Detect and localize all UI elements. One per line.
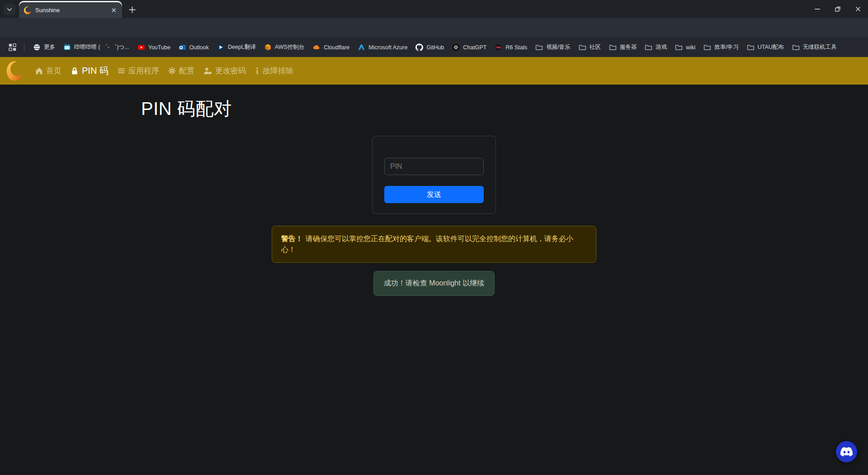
success-alert: 成功！请检查 Moonlight 以继续 <box>373 271 495 296</box>
tab-close-icon[interactable]: ✕ <box>110 6 118 14</box>
bookmark-label: R6 Stats <box>505 44 527 51</box>
page-content: PIN 码配对 发送 警告！请确保您可以掌控您正在配对的客户端。该软件可以完全控… <box>0 85 868 475</box>
bookmark-item[interactable]: DeepL翻译 <box>213 41 260 54</box>
apps-grid-button[interactable] <box>6 41 19 54</box>
bookmark-label: 服务器 <box>620 43 637 51</box>
window-controls <box>807 0 868 18</box>
folder-icon <box>675 43 683 51</box>
bookmark-label: GitHub <box>426 44 444 51</box>
bookmark-item[interactable]: GitHub <box>411 41 448 54</box>
folder-icon <box>535 43 543 51</box>
folder-icon <box>609 43 617 51</box>
discord-button[interactable] <box>836 441 857 462</box>
nav-item-home[interactable]: 首页 <box>31 66 66 76</box>
bookmark-folder[interactable]: 无缝联机工具 <box>788 41 841 54</box>
restore-button[interactable] <box>827 0 848 18</box>
bookmark-item[interactable]: YouTube <box>133 41 175 54</box>
bookmark-label: DeepL翻译 <box>228 43 256 51</box>
discord-icon <box>840 446 853 458</box>
bookmark-item[interactable]: 更多 <box>29 41 59 54</box>
apps-grid-icon <box>8 43 17 52</box>
bookmark-label: 视频/音乐 <box>546 43 570 51</box>
bookmark-item[interactable]: Cloudflare <box>308 41 354 54</box>
plus-icon <box>128 6 136 14</box>
gear-icon <box>168 67 176 75</box>
browser-toolbar: 不安全 https://localhost:47990/pin G 文 中 A <box>0 18 868 38</box>
bookmark-label: UTAU配布 <box>758 43 784 51</box>
nav-item-label: PIN 码 <box>82 65 108 77</box>
sunshine-navbar: 首页 PIN 码 应用程序 配置 更改密码 <box>0 57 868 85</box>
nav-item-applications[interactable]: 应用程序 <box>113 66 164 76</box>
bookmark-label: 无缝联机工具 <box>803 43 837 51</box>
bookmark-label: 更多 <box>44 43 55 51</box>
bookmark-label: YouTube <box>148 44 170 51</box>
bookmark-label: ChatGPT <box>463 44 486 51</box>
folder-icon <box>792 43 800 51</box>
r6stats-icon: TRN <box>495 43 502 51</box>
bookmark-item[interactable]: AWS控制台 <box>260 41 309 54</box>
bookmark-item[interactable]: TRN R6 Stats <box>491 41 531 54</box>
page-title: PIN 码配对 <box>141 96 868 121</box>
chatgpt-icon <box>452 43 460 51</box>
bookmark-label: Outlook <box>189 44 209 51</box>
bookmark-label: Cloudflare <box>324 44 349 51</box>
bookmark-folder[interactable]: 游戏 <box>641 41 671 54</box>
nav-item-label: 应用程序 <box>128 66 159 76</box>
bookmark-label: 游戏 <box>656 43 667 51</box>
folder-icon <box>747 43 755 51</box>
bookmark-folder[interactable]: wiki <box>671 41 699 54</box>
restore-icon <box>835 6 841 12</box>
bookmark-item[interactable]: 哔哩哔哩 ( ゜- ゜)つ... <box>59 41 133 54</box>
github-icon <box>415 43 423 51</box>
sunshine-logo[interactable] <box>6 60 24 82</box>
new-tab-button[interactable] <box>127 4 137 15</box>
tab-title: Sunshine <box>35 7 110 14</box>
close-icon <box>855 6 861 12</box>
cloudflare-icon <box>312 43 321 51</box>
send-button[interactable]: 发送 <box>384 186 484 203</box>
bookmark-label: AWS控制台 <box>275 43 305 51</box>
pin-card: 发送 <box>372 136 496 214</box>
bookmark-label: 社区 <box>590 43 601 51</box>
deepl-icon <box>217 43 225 51</box>
bookmark-folder[interactable]: 效率/学习 <box>699 41 742 54</box>
browser-tab-sunshine[interactable]: Sunshine ✕ <box>19 1 122 18</box>
minimize-button[interactable] <box>807 0 827 18</box>
chevron-down-icon <box>6 6 13 13</box>
bookmark-item[interactable]: ChatGPT <box>448 41 491 54</box>
home-icon <box>35 67 43 75</box>
warning-text: 请确保您可以掌控您正在配对的客户端。该软件可以完全控制您的计算机，请务必小心！ <box>281 235 573 253</box>
pin-input[interactable] <box>384 158 484 175</box>
close-window-button[interactable] <box>848 0 868 18</box>
bookmark-label: wiki <box>686 44 695 51</box>
bookmark-folder[interactable]: 社区 <box>575 41 605 54</box>
folder-icon <box>645 43 652 51</box>
bookmark-label: Microsoft Azure <box>368 44 407 51</box>
sunshine-favicon <box>24 6 32 14</box>
bookmark-item[interactable]: Microsoft Azure <box>354 41 411 54</box>
user-key-icon <box>203 67 212 75</box>
outlook-icon <box>179 43 186 51</box>
warning-alert: 警告！请确保您可以掌控您正在配对的客户端。该软件可以完全控制您的计算机，请务必小… <box>272 226 596 263</box>
nav-item-label: 首页 <box>46 66 61 76</box>
info-icon <box>255 67 259 75</box>
bookmark-folder[interactable]: 视频/音乐 <box>531 41 574 54</box>
warning-bold: 警告！ <box>281 235 303 242</box>
svg-text:TRN: TRN <box>496 46 501 49</box>
bookmark-folder[interactable]: UTAU配布 <box>743 41 788 54</box>
nav-item-label: 更改密码 <box>215 66 246 76</box>
bilibili-icon <box>63 43 71 51</box>
bookmark-folder[interactable]: 服务器 <box>605 41 641 54</box>
lock-icon <box>71 67 79 75</box>
tab-search-button[interactable] <box>4 4 15 15</box>
nav-item-troubleshooting[interactable]: 故障排除 <box>250 66 298 76</box>
bookmark-item[interactable]: Outlook <box>175 41 213 54</box>
folder-icon <box>703 43 711 51</box>
nav-item-pin[interactable]: PIN 码 <box>66 65 113 77</box>
nav-item-configuration[interactable]: 配置 <box>164 66 199 76</box>
youtube-icon <box>137 43 145 51</box>
nav-item-label: 故障排除 <box>263 66 293 76</box>
nav-item-change-password[interactable]: 更改密码 <box>199 66 250 76</box>
bookmark-label: 哔哩哔哩 ( ゜- ゜)つ... <box>74 43 129 51</box>
bookmarks-bar: 更多 哔哩哔哩 ( ゜- ゜)つ... YouTube Outlook Dee <box>0 38 868 57</box>
